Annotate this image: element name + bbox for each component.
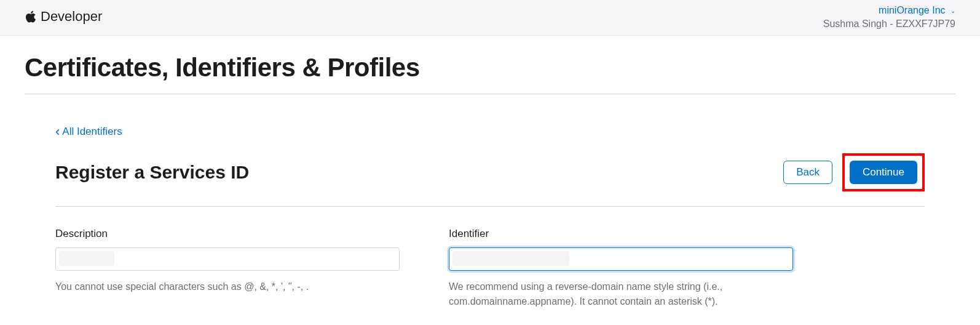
apple-logo-icon	[25, 9, 37, 24]
account-info: miniOrange Inc ⌄ Sushma Singh - EZXXF7JP…	[823, 4, 955, 31]
section-header: Register a Services ID Back Continue	[55, 153, 925, 207]
continue-button[interactable]: Continue	[850, 161, 917, 184]
back-link-label: All Identifiers	[62, 126, 122, 138]
description-input[interactable]	[55, 247, 400, 271]
back-button[interactable]: Back	[783, 161, 832, 184]
team-name: miniOrange Inc	[879, 5, 946, 15]
user-identifier: Sushma Singh - EZXXF7JP79	[823, 17, 955, 31]
identifier-input[interactable]	[449, 247, 793, 271]
action-buttons: Back Continue	[783, 153, 925, 191]
identifier-label: Identifier	[449, 228, 793, 240]
brand-area[interactable]: Developer	[25, 4, 102, 25]
topbar: Developer miniOrange Inc ⌄ Sushma Singh …	[0, 0, 980, 36]
description-label: Description	[55, 228, 400, 240]
continue-highlight: Continue	[842, 153, 925, 191]
section-title: Register a Services ID	[55, 162, 249, 183]
identifier-help: We recommend using a reverse-domain name…	[449, 279, 793, 309]
chevron-down-icon: ⌄	[950, 7, 955, 15]
identifier-column: Identifier We recommend using a reverse-…	[449, 228, 793, 309]
description-help: You cannot use special characters such a…	[55, 279, 400, 294]
team-dropdown[interactable]: miniOrange Inc ⌄	[879, 5, 955, 15]
page-title: Certificates, Identifiers & Profiles	[25, 36, 955, 94]
developer-label: Developer	[41, 9, 102, 25]
back-to-identifiers-link[interactable]: All Identifiers	[55, 125, 122, 138]
description-column: Description You cannot use special chara…	[55, 228, 400, 309]
form-row: Description You cannot use special chara…	[55, 228, 925, 309]
